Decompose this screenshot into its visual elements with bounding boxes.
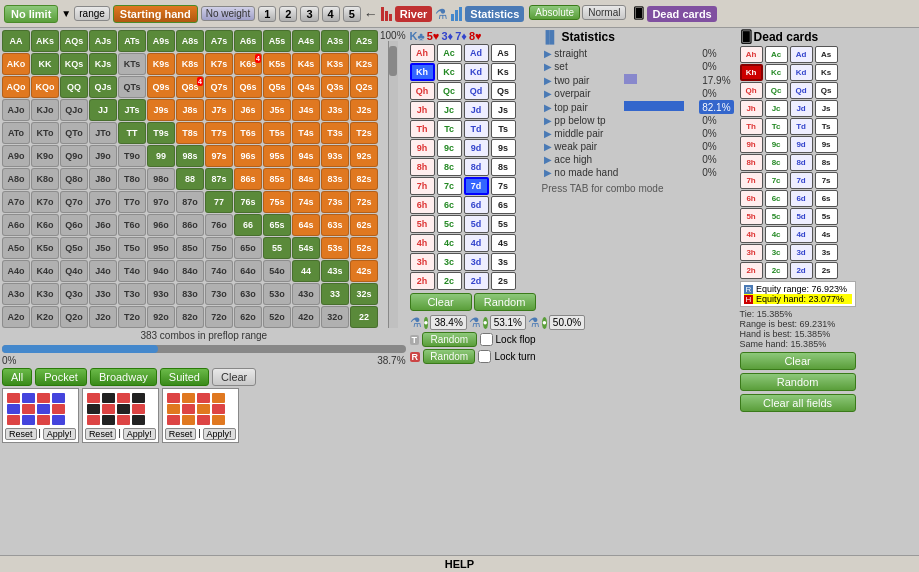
cell-JJ[interactable]: JJ — [89, 99, 117, 121]
cell-Q6s[interactable]: Q6s — [234, 76, 262, 98]
cell-T8o[interactable]: T8o — [118, 168, 146, 190]
dead-card-5d[interactable]: 5d — [790, 208, 813, 225]
no-weight-btn[interactable]: No weight — [201, 6, 255, 21]
dead-card-7d[interactable]: 7d — [790, 172, 813, 189]
cell-A2o[interactable]: A2o — [2, 306, 30, 328]
cell-85o[interactable]: 85o — [176, 237, 204, 259]
dead-card-7h[interactable]: 7h — [740, 172, 763, 189]
cell-73o[interactable]: 73o — [205, 283, 233, 305]
cell-54o[interactable]: 54o — [263, 260, 291, 282]
river-card-8h[interactable]: 8h — [410, 158, 435, 176]
river-card-Js[interactable]: Js — [491, 101, 516, 119]
dead-card-4c[interactable]: 4c — [765, 226, 788, 243]
cell-55[interactable]: 55 — [263, 237, 291, 259]
cell-43o[interactable]: 43o — [292, 283, 320, 305]
cell-88[interactable]: 88 — [176, 168, 204, 190]
river-card-8d[interactable]: 8d — [464, 158, 489, 176]
cell-74o[interactable]: 74o — [205, 260, 233, 282]
cell-T4o[interactable]: T4o — [118, 260, 146, 282]
dead-card-3d[interactable]: 3d — [790, 244, 813, 261]
cell-Q8s[interactable]: Q8s4 — [176, 76, 204, 98]
cell-A3o[interactable]: A3o — [2, 283, 30, 305]
river-card-9c[interactable]: 9c — [437, 139, 462, 157]
cell-A5o[interactable]: A5o — [2, 237, 30, 259]
lock-turn-checkbox[interactable] — [478, 350, 491, 363]
dead-card-8h[interactable]: 8h — [740, 154, 763, 171]
cell-75o[interactable]: 75o — [205, 237, 233, 259]
dead-card-Tc[interactable]: Tc — [765, 118, 788, 135]
river-card-Ks[interactable]: Ks — [491, 63, 516, 81]
river-card-Th[interactable]: Th — [410, 120, 435, 138]
cell-K3s[interactable]: K3s — [321, 53, 349, 75]
river-card-6c[interactable]: 6c — [437, 196, 462, 214]
cell-82o[interactable]: 82o — [176, 306, 204, 328]
dead-card-6s[interactable]: 6s — [815, 190, 838, 207]
cell-63o[interactable]: 63o — [234, 283, 262, 305]
cell-98o[interactable]: 98o — [147, 168, 175, 190]
cell-J3s[interactable]: J3s — [321, 99, 349, 121]
cell-KTo[interactable]: KTo — [31, 122, 59, 144]
cell-A8o[interactable]: A8o — [2, 168, 30, 190]
cell-Q3s[interactable]: Q3s — [321, 76, 349, 98]
cell-Q4o[interactable]: Q4o — [60, 260, 88, 282]
cell-A8s[interactable]: A8s — [176, 30, 204, 52]
river-card-Ad[interactable]: Ad — [464, 44, 489, 62]
cell-T4s[interactable]: T4s — [292, 122, 320, 144]
cell-K8s[interactable]: K8s — [176, 53, 204, 75]
cell-K2o[interactable]: K2o — [31, 306, 59, 328]
cell-K4o[interactable]: K4o — [31, 260, 59, 282]
cell-A4s[interactable]: A4s — [292, 30, 320, 52]
cell-32s[interactable]: 32s — [350, 283, 378, 305]
river-card-6h[interactable]: 6h — [410, 196, 435, 214]
cell-J8o[interactable]: J8o — [89, 168, 117, 190]
cell-Q5o[interactable]: Q5o — [60, 237, 88, 259]
cell-A6s[interactable]: A6s — [234, 30, 262, 52]
cell-T6o[interactable]: T6o — [118, 214, 146, 236]
cell-63s[interactable]: 63s — [321, 214, 349, 236]
cell-J4s[interactable]: J4s — [292, 99, 320, 121]
dead-card-5s[interactable]: 5s — [815, 208, 838, 225]
cell-QJo[interactable]: QJo — [60, 99, 88, 121]
river-card-Ac[interactable]: Ac — [437, 44, 462, 62]
dead-card-8s[interactable]: 8s — [815, 154, 838, 171]
cell-A5s[interactable]: A5s — [263, 30, 291, 52]
cell-Q2s[interactable]: Q2s — [350, 76, 378, 98]
cell-J5s[interactable]: J5s — [263, 99, 291, 121]
cell-92o[interactable]: 92o — [147, 306, 175, 328]
cell-A3s[interactable]: A3s — [321, 30, 349, 52]
dead-card-As[interactable]: As — [815, 46, 838, 63]
cell-Q7s[interactable]: Q7s — [205, 76, 233, 98]
cell-K6o[interactable]: K6o — [31, 214, 59, 236]
cell-K9s[interactable]: K9s — [147, 53, 175, 75]
river-card-8c[interactable]: 8c — [437, 158, 462, 176]
cell-KTs[interactable]: KTs — [118, 53, 146, 75]
cell-J9s[interactable]: J9s — [147, 99, 175, 121]
cell-96s[interactable]: 96s — [234, 145, 262, 167]
cell-A4o[interactable]: A4o — [2, 260, 30, 282]
cell-82s[interactable]: 82s — [350, 168, 378, 190]
river-card-5s[interactable]: 5s — [491, 215, 516, 233]
cell-42o[interactable]: 42o — [292, 306, 320, 328]
cell-84s[interactable]: 84s — [292, 168, 320, 190]
cell-KK[interactable]: KK — [31, 53, 59, 75]
dead-card-3h[interactable]: 3h — [740, 244, 763, 261]
num-1-btn[interactable]: 1 — [258, 6, 276, 22]
cell-K3o[interactable]: K3o — [31, 283, 59, 305]
dead-card-4h[interactable]: 4h — [740, 226, 763, 243]
cell-95s[interactable]: 95s — [263, 145, 291, 167]
dead-random-btn[interactable]: Random — [740, 373, 856, 391]
suited-btn[interactable]: Suited — [160, 368, 209, 386]
dead-card-5h[interactable]: 5h — [740, 208, 763, 225]
cell-99[interactable]: 99 — [147, 145, 175, 167]
cell-T7o[interactable]: T7o — [118, 191, 146, 213]
cell-53s[interactable]: 53s — [321, 237, 349, 259]
cell-86s[interactable]: 86s — [234, 168, 262, 190]
dead-clear-all-btn[interactable]: Clear all fields — [740, 394, 856, 412]
river-card-3c[interactable]: 3c — [437, 253, 462, 271]
river-card-7h[interactable]: 7h — [410, 177, 435, 195]
river-card-4d[interactable]: 4d — [464, 234, 489, 252]
dead-card-3c[interactable]: 3c — [765, 244, 788, 261]
river-card-5d[interactable]: 5d — [464, 215, 489, 233]
num-3-btn[interactable]: 3 — [300, 6, 318, 22]
cell-K7s[interactable]: K7s — [205, 53, 233, 75]
